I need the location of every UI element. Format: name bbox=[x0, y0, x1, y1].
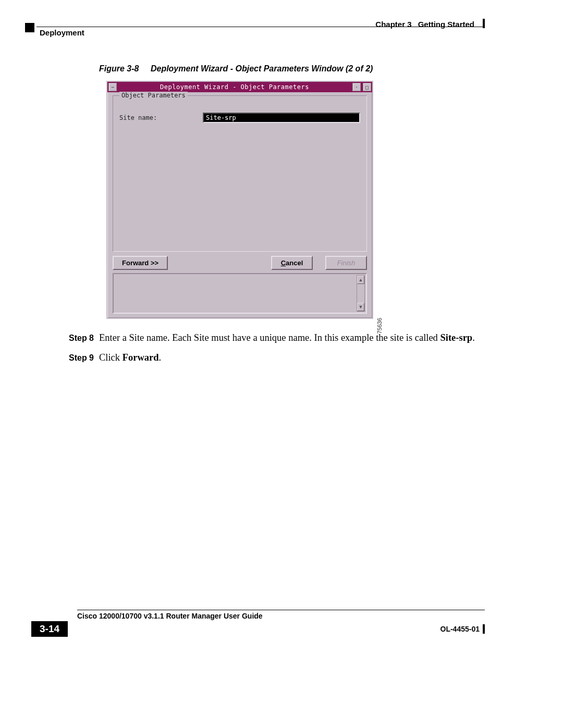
chapter-label: Chapter 3 bbox=[375, 20, 411, 29]
step-row: Step 8 Enter a Site name. Each Site must… bbox=[69, 331, 500, 345]
maximize-icon[interactable]: □ bbox=[363, 83, 371, 91]
step-label: Step 8 bbox=[69, 331, 99, 345]
page-number: 3-14 bbox=[31, 621, 68, 637]
header-square-icon bbox=[25, 23, 34, 32]
finish-button: Finish bbox=[325, 256, 367, 270]
cancel-button[interactable]: Cancel bbox=[271, 256, 313, 270]
forward-button[interactable]: Forward >> bbox=[113, 256, 168, 270]
footer-rule bbox=[77, 610, 485, 610]
footer-bar-icon bbox=[483, 624, 485, 634]
object-parameters-fieldset: Object Parameters Site name: bbox=[113, 95, 367, 252]
window-menu-icon[interactable]: − bbox=[108, 83, 117, 91]
footer-doc-id: OL-4455-01 bbox=[440, 625, 480, 633]
header-section: Deployment bbox=[40, 28, 84, 37]
footer-guide-title: Cisco 12000/10700 v3.1.1 Router Manager … bbox=[77, 612, 485, 620]
figure-caption: Figure 3-8 Deployment Wizard - Object Pa… bbox=[99, 64, 373, 73]
chapter-title: Getting Started bbox=[418, 20, 474, 29]
minimize-icon[interactable]: · bbox=[352, 83, 361, 91]
header-chapter: Chapter 3 Getting Started bbox=[375, 20, 474, 29]
titlebar: − Deployment Wizard - Object Parameters … bbox=[107, 82, 372, 92]
site-name-input[interactable] bbox=[203, 113, 360, 123]
step-label: Step 9 bbox=[69, 351, 99, 365]
step-text: Enter a Site name. Each Site must have a… bbox=[99, 331, 475, 345]
scrollbar[interactable]: ▲ ▼ bbox=[357, 275, 365, 312]
header-bar-icon bbox=[483, 19, 485, 28]
scroll-up-icon[interactable]: ▲ bbox=[357, 276, 364, 284]
figure-title: Deployment Wizard - Object Parameters Wi… bbox=[151, 64, 373, 73]
step-row: Step 9 Click Forward. bbox=[69, 351, 500, 365]
step-text: Click Forward. bbox=[99, 351, 161, 365]
log-area: ▲ ▼ bbox=[113, 273, 367, 314]
scroll-down-icon[interactable]: ▼ bbox=[357, 303, 364, 311]
dialog-title: Deployment Wizard - Object Parameters bbox=[118, 83, 351, 91]
figure-number: Figure 3-8 bbox=[99, 64, 139, 73]
site-name-label: Site name: bbox=[119, 114, 203, 121]
deployment-wizard-dialog: − Deployment Wizard - Object Parameters … bbox=[106, 81, 373, 319]
fieldset-legend: Object Parameters bbox=[119, 92, 188, 99]
